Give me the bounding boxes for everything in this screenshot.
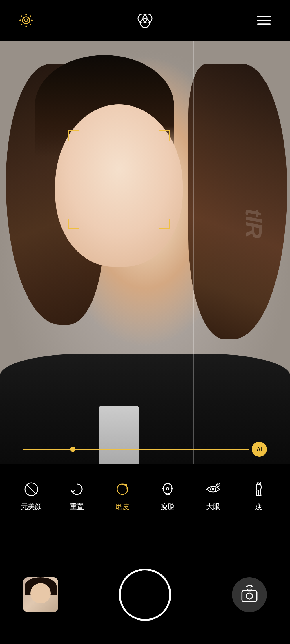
svg-point-6 — [21, 15, 22, 17]
ai-label: AI — [257, 446, 262, 452]
top-bar — [0, 0, 290, 41]
big-eyes-icon — [204, 480, 222, 499]
svg-point-0 — [23, 17, 30, 24]
filter-circles-icon[interactable] — [136, 12, 154, 29]
slider-thumb[interactable] — [70, 447, 75, 452]
svg-point-2 — [25, 14, 27, 15]
tool-slim-face[interactable]: 瘦脸 — [145, 480, 191, 511]
thumb-face — [30, 583, 51, 603]
thumbnail-image — [23, 577, 58, 612]
svg-point-21 — [166, 487, 169, 490]
shutter-button[interactable] — [119, 569, 171, 621]
reset-icon — [68, 480, 86, 499]
menu-icon[interactable] — [255, 12, 273, 29]
ai-beauty-slider[interactable]: AI — [23, 446, 267, 452]
svg-point-9 — [30, 24, 31, 25]
beauty-tools-row: 无美颜 重置 磨皮 — [0, 472, 290, 519]
svg-point-20 — [163, 483, 172, 494]
ai-badge: AI — [252, 442, 267, 457]
svg-point-7 — [30, 15, 31, 17]
tool-smooth[interactable]: 磨皮 — [99, 480, 145, 511]
svg-point-1 — [25, 19, 28, 22]
svg-line-17 — [27, 485, 36, 494]
tool-reset[interactable]: 重置 — [54, 480, 100, 511]
svg-point-4 — [19, 19, 21, 21]
svg-point-24 — [212, 488, 214, 490]
tool-big-eyes[interactable]: 大眼 — [191, 480, 236, 511]
smooth-icon — [113, 480, 132, 499]
svg-point-8 — [21, 24, 22, 25]
tool-no-beauty[interactable]: 无美颜 — [9, 480, 54, 511]
logo-icon[interactable] — [17, 12, 35, 29]
svg-point-25 — [216, 484, 219, 487]
tool-reset-label: 重置 — [70, 502, 84, 511]
tool-big-eyes-label: 大眼 — [206, 502, 220, 511]
face — [55, 104, 183, 267]
slider-track[interactable] — [23, 449, 249, 450]
shutter-inner — [122, 572, 168, 618]
tool-slim-body[interactable]: 瘦 — [236, 480, 281, 511]
svg-rect-29 — [247, 589, 251, 591]
svg-point-3 — [25, 26, 27, 27]
tool-no-beauty-label: 无美颜 — [21, 502, 42, 511]
tool-smooth-label: 磨皮 — [115, 502, 129, 511]
bottom-controls: 无美颜 重置 磨皮 — [0, 464, 290, 644]
tool-slim-face-label: 瘦脸 — [161, 502, 175, 511]
inner-shirt — [99, 406, 139, 464]
circle-slash-icon — [22, 480, 41, 499]
svg-rect-27 — [242, 591, 257, 601]
svg-point-28 — [246, 593, 253, 599]
slim-body-icon — [249, 480, 268, 499]
camera-controls — [0, 563, 290, 627]
flip-camera-button[interactable] — [232, 577, 267, 612]
tool-slim-body-label: 瘦 — [255, 502, 262, 511]
last-photo-thumbnail[interactable] — [23, 577, 58, 612]
camera-viewfinder[interactable]: AI tIR — [0, 41, 290, 464]
svg-point-5 — [31, 19, 33, 21]
slim-face-icon — [158, 480, 177, 499]
